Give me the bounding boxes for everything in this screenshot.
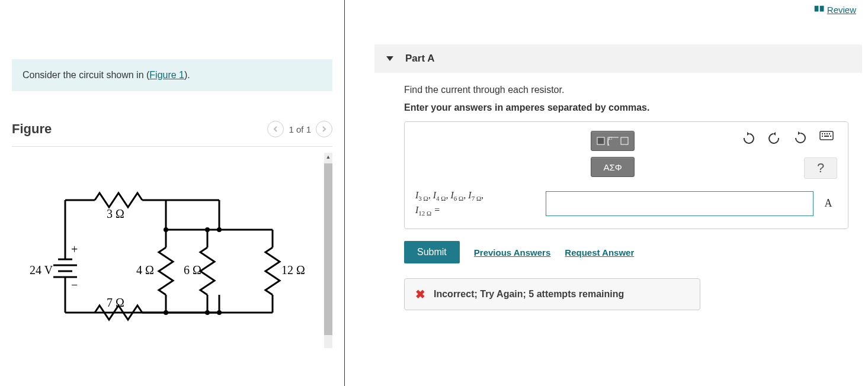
- svg-rect-35: [822, 136, 823, 137]
- r4-label: 4 Ω: [136, 263, 154, 276]
- scrollbar-thumb[interactable]: [324, 163, 332, 335]
- question-instruction: Enter your answers in amperes separated …: [404, 102, 862, 113]
- r3-label: 3 Ω: [107, 207, 124, 220]
- feedback-box: ✖ Incorrect; Try Again; 5 attempts remai…: [404, 278, 700, 310]
- answer-box: □ ΑΣΦ: [404, 121, 848, 229]
- figure-title: Figure: [12, 121, 52, 137]
- svg-rect-37: [830, 136, 831, 137]
- prompt-prefix: Consider the circuit shown in (: [23, 70, 149, 80]
- question-text: Find the current through each resistor.: [404, 85, 862, 95]
- part-title: Part A: [405, 53, 434, 65]
- svg-rect-36: [824, 136, 829, 137]
- svg-point-22: [205, 227, 210, 232]
- problem-pane: Consider the circuit shown in (Figure 1)…: [0, 0, 345, 386]
- request-answer-link[interactable]: Request Answer: [565, 247, 634, 258]
- figure-next-button[interactable]: [316, 121, 332, 137]
- variable-label: I3 Ω, I4 Ω, I6 Ω, I7 Ω, I12 Ω =: [415, 189, 540, 218]
- svg-point-26: [217, 310, 222, 315]
- caret-down-icon: [386, 56, 393, 61]
- part-header[interactable]: Part A: [374, 44, 862, 73]
- polarity-plus: +: [71, 243, 78, 256]
- svg-point-25: [205, 310, 210, 315]
- figure-viewport: ▲: [12, 153, 332, 348]
- voltage-label: 24 V: [30, 263, 53, 276]
- incorrect-icon: ✖: [415, 287, 425, 301]
- figure-counter: 1 of 1: [289, 124, 311, 134]
- svg-rect-33: [827, 133, 828, 134]
- svg-rect-34: [829, 133, 830, 134]
- review-link[interactable]: Review: [814, 5, 856, 15]
- answer-pane: Review Part A Find the current through e…: [345, 0, 868, 386]
- reset-button[interactable]: [793, 131, 808, 145]
- feedback-text: Incorrect; Try Again; 5 attempts remaini…: [434, 289, 624, 300]
- prompt-suffix: ).: [184, 70, 190, 80]
- submit-button[interactable]: Submit: [404, 241, 460, 263]
- book-icon: [814, 5, 825, 15]
- r7-label: 7 Ω: [107, 296, 124, 309]
- review-label: Review: [827, 5, 856, 15]
- svg-rect-32: [824, 133, 825, 134]
- unit-label: A: [819, 197, 837, 210]
- figure-header: Figure 1 of 1: [12, 121, 332, 147]
- polarity-minus: −: [71, 278, 78, 291]
- svg-point-23: [217, 227, 222, 232]
- svg-text:□: □: [609, 136, 612, 141]
- problem-prompt: Consider the circuit shown in (Figure 1)…: [12, 59, 332, 91]
- redo-button[interactable]: [767, 131, 781, 145]
- keyboard-button[interactable]: [819, 131, 834, 145]
- svg-rect-29: [621, 137, 628, 144]
- r12-label: 12 Ω: [281, 263, 305, 276]
- greek-button[interactable]: ΑΣΦ: [591, 157, 635, 177]
- scroll-up-button[interactable]: ▲: [324, 153, 332, 161]
- r6-label: 6 Ω: [184, 263, 201, 276]
- answer-input[interactable]: [546, 191, 813, 216]
- help-button[interactable]: ?: [804, 157, 837, 179]
- figure-prev-button[interactable]: [267, 121, 284, 137]
- previous-answers-link[interactable]: Previous Answers: [474, 247, 551, 258]
- circuit-diagram: 24 V + − 3 Ω 4 Ω 6 Ω 12 Ω 7 Ω: [12, 153, 332, 332]
- svg-rect-27: [597, 137, 604, 144]
- figure-link[interactable]: Figure 1: [149, 70, 184, 80]
- undo-button[interactable]: [741, 131, 755, 145]
- figure-nav: 1 of 1: [267, 121, 332, 137]
- svg-rect-31: [822, 133, 823, 134]
- svg-point-21: [164, 227, 168, 232]
- svg-point-24: [164, 310, 168, 315]
- template-button[interactable]: □: [591, 131, 635, 151]
